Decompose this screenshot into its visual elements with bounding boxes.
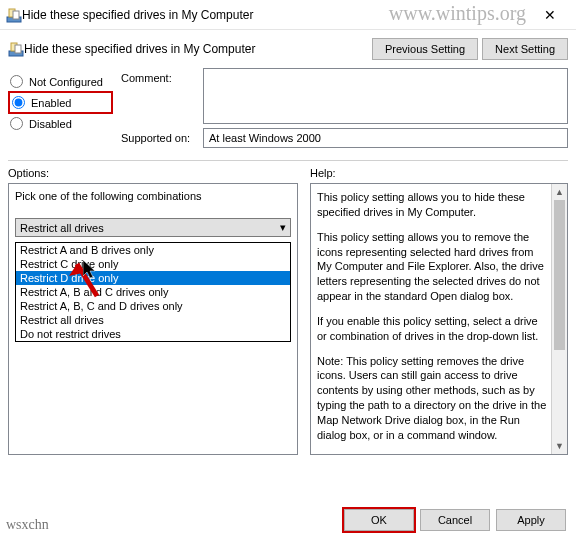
radio-enabled[interactable]: Enabled [8, 91, 113, 114]
radio-not-configured-input[interactable] [10, 75, 23, 88]
dropdown-item[interactable]: Restrict D drive only [16, 271, 290, 285]
policy-icon [8, 41, 24, 57]
svg-rect-5 [15, 45, 21, 53]
radio-disabled-input[interactable] [10, 117, 23, 130]
help-p3: If you enable this policy setting, selec… [317, 314, 547, 344]
combo-value: Restrict all drives [20, 222, 104, 234]
apply-button[interactable]: Apply [496, 509, 566, 531]
dropdown-item[interactable]: Restrict C drive only [16, 257, 290, 271]
radio-not-configured[interactable]: Not Configured [8, 72, 113, 91]
dropdown-item[interactable]: Restrict all drives [16, 313, 290, 327]
radio-disabled-label: Disabled [29, 118, 72, 130]
cancel-button[interactable]: Cancel [420, 509, 490, 531]
state-radio-group: Not Configured Enabled Disabled [8, 68, 113, 152]
help-label: Help: [310, 167, 568, 183]
bottom-watermark: wsxchn [6, 517, 49, 533]
combo-restrict-drives[interactable]: Restrict all drives ▾ [15, 218, 291, 237]
titlebar: Hide these specified drives in My Comput… [0, 0, 576, 30]
scroll-up-button[interactable]: ▲ [552, 184, 567, 200]
previous-setting-button[interactable]: Previous Setting [372, 38, 478, 60]
scroll-thumb[interactable] [554, 200, 565, 350]
dropdown-item[interactable]: Restrict A, B and C drives only [16, 285, 290, 299]
comment-label: Comment: [121, 68, 203, 124]
ok-button[interactable]: OK [344, 509, 414, 531]
next-setting-button[interactable]: Next Setting [482, 38, 568, 60]
help-p1: This policy setting allows you to hide t… [317, 190, 547, 220]
policy-name: Hide these specified drives in My Comput… [24, 42, 372, 56]
help-p2: This policy setting allows you to remove… [317, 230, 547, 304]
policy-icon [6, 7, 22, 23]
chevron-down-icon: ▾ [280, 221, 286, 234]
supported-value: At least Windows 2000 [203, 128, 568, 148]
options-box: Pick one of the following combinations R… [8, 183, 298, 455]
comment-textarea[interactable] [203, 68, 568, 124]
scroll-down-button[interactable]: ▼ [552, 438, 567, 454]
close-button[interactable]: ✕ [530, 7, 570, 23]
help-p4: Note: This policy setting removes the dr… [317, 354, 547, 443]
supported-label: Supported on: [121, 128, 203, 148]
help-text: This policy setting allows you to hide t… [317, 190, 547, 448]
combo-dropdown-list[interactable]: Restrict A and B drives onlyRestrict C d… [15, 242, 291, 342]
window-title: Hide these specified drives in My Comput… [22, 8, 530, 22]
dropdown-item[interactable]: Restrict A, B, C and D drives only [16, 299, 290, 313]
radio-disabled[interactable]: Disabled [8, 114, 113, 133]
dropdown-item[interactable]: Restrict A and B drives only [16, 243, 290, 257]
combo-label: Pick one of the following combinations [15, 190, 291, 202]
header-row: Hide these specified drives in My Comput… [8, 38, 568, 60]
dropdown-item[interactable]: Do not restrict drives [16, 327, 290, 341]
help-scrollbar[interactable]: ▲ ▼ [551, 184, 567, 454]
radio-not-configured-label: Not Configured [29, 76, 103, 88]
options-label: Options: [8, 167, 298, 183]
help-box: This policy setting allows you to hide t… [310, 183, 568, 455]
footer-buttons: OK Cancel Apply [344, 509, 566, 531]
radio-enabled-label: Enabled [31, 97, 71, 109]
radio-enabled-input[interactable] [12, 96, 25, 109]
svg-rect-2 [13, 11, 19, 19]
